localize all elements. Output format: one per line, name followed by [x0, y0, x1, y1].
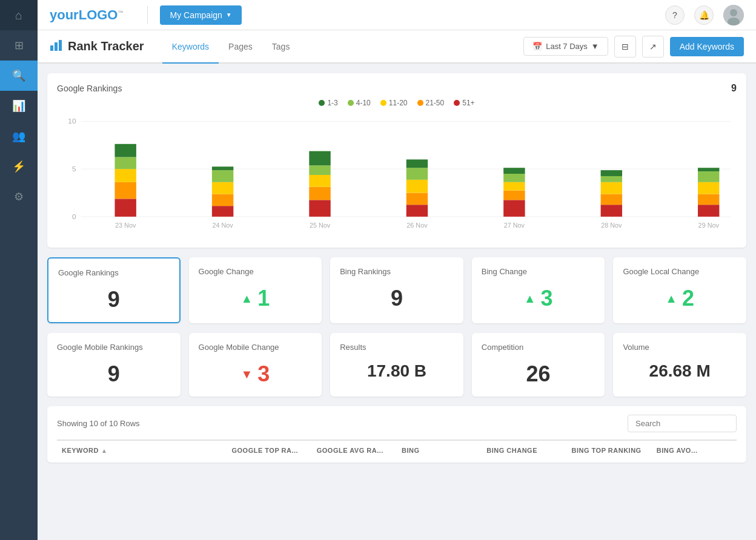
- svg-rect-24: [309, 200, 330, 217]
- share-button[interactable]: ↗: [642, 36, 664, 58]
- legend-item-1-3: 1-3: [319, 99, 337, 107]
- nav-tabs: Keywords Pages Tags: [162, 30, 300, 62]
- help-button[interactable]: ?: [665, 5, 685, 25]
- content-body: Google Rankings 9 1-3 4-10 11-20: [38, 64, 756, 540]
- svg-rect-26: [309, 175, 330, 187]
- metric-label: Google Mobile Change: [199, 343, 313, 352]
- svg-rect-40: [503, 168, 525, 174]
- table-columns-header: KEYWORD ▲ GOOGLE TOP RA... GOOGLE AVG RA…: [57, 440, 737, 454]
- metric-bing-change[interactable]: Bing Change ▲ 3: [472, 257, 605, 323]
- tab-pages[interactable]: Pages: [219, 30, 262, 64]
- logo-divider: [147, 6, 148, 24]
- col-bing-change[interactable]: BING CHANGE: [482, 447, 566, 454]
- svg-point-1: [730, 9, 737, 16]
- svg-rect-14: [114, 169, 136, 182]
- grid-icon: ⊞: [15, 39, 24, 52]
- metric-google-mobile-rankings[interactable]: Google Mobile Rankings 9: [47, 333, 181, 397]
- days-filter-button[interactable]: 📅 Last 7 Days ▼: [523, 37, 608, 56]
- svg-rect-51: [698, 171, 719, 182]
- legend-item-21-50: 21-50: [417, 99, 445, 107]
- svg-rect-20: [212, 182, 233, 194]
- notifications-button[interactable]: 🔔: [694, 5, 714, 25]
- metric-results[interactable]: Results 17.80 B: [330, 333, 463, 397]
- metric-label: Google Rankings: [58, 268, 170, 277]
- chart-icon: 📊: [12, 99, 25, 113]
- svg-rect-37: [503, 191, 525, 200]
- metric-value: 26: [482, 361, 595, 387]
- table-search-input[interactable]: [628, 415, 737, 432]
- tab-tags[interactable]: Tags: [262, 30, 300, 64]
- svg-rect-12: [114, 199, 136, 217]
- svg-rect-28: [309, 151, 330, 166]
- metric-volume[interactable]: Volume 26.68 M: [613, 333, 746, 397]
- search-nav-icon: 🔍: [12, 69, 25, 82]
- legend-dot-4-10: [348, 100, 354, 106]
- svg-rect-32: [406, 180, 428, 193]
- legend-dot-21-50: [417, 100, 423, 106]
- sidebar: ⌂ ⊞ 🔍 📊 👥 ⚡ ⚙: [0, 0, 38, 540]
- add-keywords-button[interactable]: Add Keywords: [670, 37, 744, 56]
- svg-rect-15: [114, 157, 136, 169]
- svg-rect-39: [503, 174, 525, 182]
- svg-rect-25: [309, 187, 330, 200]
- svg-rect-42: [601, 205, 622, 217]
- home-icon[interactable]: ⌂: [15, 8, 22, 22]
- campaign-button[interactable]: My Campaign ▼: [160, 5, 241, 25]
- svg-rect-16: [114, 144, 136, 157]
- sidebar-item-settings[interactable]: ⚙: [0, 182, 38, 212]
- table-section: Showing 10 of 10 Rows KEYWORD ▲ GOOGLE T…: [47, 406, 746, 463]
- col-bing-top-ranking[interactable]: BING TOP RANKING: [567, 447, 652, 454]
- svg-rect-36: [503, 200, 525, 217]
- svg-rect-3: [50, 45, 53, 51]
- col-bing-avg[interactable]: BING AVO...: [652, 447, 737, 454]
- chart-card: Google Rankings 9 1-3 4-10 11-20: [47, 73, 746, 248]
- sidebar-item-grid[interactable]: ⊞: [0, 30, 38, 61]
- svg-rect-50: [698, 182, 719, 194]
- metric-value: 9: [340, 286, 454, 311]
- page-title: Rank Tracker: [68, 39, 144, 53]
- avatar-image: [723, 5, 744, 25]
- col-google-avg[interactable]: GOOGLE AVG RA...: [312, 447, 397, 454]
- svg-rect-18: [212, 206, 233, 217]
- col-bing[interactable]: BING: [397, 447, 482, 454]
- svg-rect-48: [698, 205, 719, 217]
- metric-competition[interactable]: Competition 26: [472, 333, 605, 397]
- bolt-icon: ⚡: [12, 160, 25, 173]
- metric-label: Competition: [482, 343, 595, 352]
- share-icon: ↗: [649, 42, 657, 51]
- tab-keywords[interactable]: Keywords: [162, 30, 219, 64]
- svg-text:25 Nov: 25 Nov: [310, 222, 331, 229]
- sidebar-item-bolt[interactable]: ⚡: [0, 151, 38, 182]
- columns-button[interactable]: ⊟: [614, 36, 636, 58]
- col-google-top[interactable]: GOOGLE TOP RA...: [227, 447, 312, 454]
- svg-text:27 Nov: 27 Nov: [504, 222, 525, 229]
- col-keyword[interactable]: KEYWORD ▲: [57, 447, 227, 454]
- users-icon: 👥: [12, 130, 25, 143]
- metric-google-rankings[interactable]: Google Rankings 9: [47, 257, 181, 323]
- svg-rect-45: [601, 176, 622, 182]
- dropdown-chevron-icon: ▼: [591, 42, 599, 51]
- metric-google-local-change[interactable]: Google Local Change ▲ 2: [613, 257, 746, 323]
- main-area: yourLOGO™ My Campaign ▼ ? 🔔: [38, 0, 756, 540]
- header-icons: ? 🔔: [665, 5, 744, 25]
- bar-chart-icon: [50, 38, 63, 51]
- metric-label: Google Mobile Rankings: [57, 343, 171, 352]
- chart-header: Google Rankings 9: [57, 83, 737, 94]
- sidebar-item-chart[interactable]: 📊: [0, 91, 38, 121]
- legend-item-51plus: 51+: [454, 99, 474, 107]
- metric-label: Volume: [623, 343, 737, 352]
- svg-rect-38: [503, 182, 525, 191]
- sidebar-item-search[interactable]: 🔍: [0, 61, 38, 91]
- svg-rect-19: [212, 194, 233, 206]
- avatar[interactable]: [723, 5, 744, 25]
- metrics-row-2: Google Mobile Rankings 9 Google Mobile C…: [47, 333, 746, 397]
- metric-google-mobile-change[interactable]: Google Mobile Change ▼ 3: [189, 333, 322, 397]
- metric-value: 9: [57, 361, 171, 387]
- svg-rect-33: [406, 168, 428, 180]
- metric-bing-rankings[interactable]: Bing Rankings 9: [330, 257, 463, 323]
- sidebar-item-users[interactable]: 👥: [0, 121, 38, 151]
- metric-label: Results: [340, 343, 454, 352]
- metric-google-change[interactable]: Google Change ▲ 1: [189, 257, 322, 323]
- chart-legend: 1-3 4-10 11-20 21-50 51+: [57, 99, 737, 107]
- legend-dot-51plus: [454, 100, 460, 106]
